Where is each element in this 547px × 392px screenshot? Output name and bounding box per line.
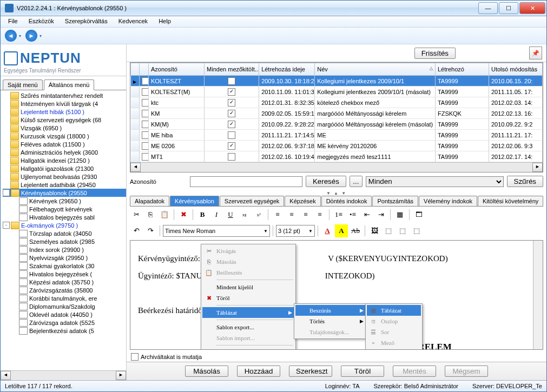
tree-item[interactable]: Nyelvvizsgák (29950 ) [3, 254, 126, 262]
cut-icon[interactable]: ✂ [130, 208, 143, 221]
paste-icon[interactable]: 📋 [158, 208, 171, 221]
font-select[interactable]: Times New Roman▼ [163, 225, 270, 237]
superscript-icon[interactable]: x² [252, 208, 265, 221]
tree-item[interactable]: Lejelentett hibák (5100 ) [3, 108, 126, 116]
context-menu[interactable]: ✂Kivágás⎘Másolás📋BeillesztésMindent kije… [201, 244, 296, 350]
tree-item[interactable]: Bejelentkezési adatok (5 [3, 327, 126, 335]
copy-icon[interactable]: ⎘ [144, 208, 157, 221]
window-icon[interactable]: 🗔 [412, 208, 425, 221]
table-row[interactable]: KOLTESZT✓2009.10.30. 18:18:2Kollegiumi j… [131, 76, 543, 87]
tab-basic[interactable]: Alapadatok [130, 196, 169, 206]
insert-image-icon[interactable]: 🖼 [368, 224, 381, 237]
tree-item[interactable]: Ujjlenyomat beolvasás (2930 [3, 172, 126, 181]
underline-icon[interactable]: U [224, 208, 237, 221]
tree-item[interactable]: Szakmai gyakorlatok (30 [3, 262, 126, 270]
tree-item[interactable]: Korábbi tanulmányok, ere [3, 294, 126, 302]
close-button[interactable]: ✕ [519, 2, 545, 14]
tree-item[interactable]: Hallgatói igazolások (21300 [3, 164, 126, 172]
tree-item[interactable]: Személyes adatok (2985 [3, 237, 126, 245]
tree-item[interactable]: Féléves adatok (11500 ) [3, 140, 126, 148]
nav-back-button[interactable]: ◄ [5, 30, 17, 42]
tree-item[interactable]: Záróvizsga adatok (5525 [3, 318, 126, 327]
menu-favorites[interactable]: Kedvencek [113, 16, 153, 27]
insert-var-icon[interactable]: ⬚ [410, 224, 423, 237]
col-date[interactable]: Létrehozás ideje [259, 63, 315, 76]
filter-select[interactable]: Minden [366, 176, 504, 187]
tree-item[interactable]: -E-okmányok (29750 ) [3, 221, 126, 229]
context-submenu-table[interactable]: Beszúrás▶Törlés▶Tulajdonságok... [294, 303, 367, 339]
tree-item[interactable]: Záróvizsgázatás (35800 [3, 286, 126, 294]
undo-icon[interactable]: ↶ [130, 224, 143, 237]
italic-icon[interactable]: I [210, 208, 223, 221]
table-row[interactable]: KM✓2009.02.05. 15:59:1margóóóó Méltányos… [131, 108, 543, 119]
col-modified[interactable]: Utolsó módosítás [489, 63, 542, 76]
filter-button[interactable]: Szűrés [507, 176, 543, 187]
align-justify-icon[interactable]: ≡ [313, 208, 326, 221]
tree-item[interactable]: Lejelentett adathibák (29450 [3, 181, 126, 189]
copy-button[interactable]: Másolás [185, 366, 228, 377]
maximize-button[interactable]: ☐ [499, 2, 518, 14]
tree-item[interactable]: Hallgatók indexei (21250 ) [3, 156, 126, 164]
nav-tree[interactable]: Szűrés mintatantervhez rendeltIntézménye… [1, 90, 126, 370]
col-all[interactable]: Minden mezőkitölt... [205, 63, 259, 76]
archive-checkbox[interactable] [131, 353, 139, 361]
tree-item[interactable]: Félbehagyott kérvények [3, 205, 126, 213]
delete-icon[interactable]: ✖ [177, 208, 190, 221]
align-center-icon[interactable]: ≡ [285, 208, 298, 221]
table-row[interactable]: KOLTESZT(M)✓2010.11.09. 11:01:3Kollegium… [131, 87, 543, 97]
tab-requirement[interactable]: Kitöltési követelmény [478, 196, 543, 206]
tree-item[interactable]: Törzslap adatok (34050 [3, 229, 126, 237]
tree-item[interactable]: Intézményen kívüli tárgyak (4 [3, 99, 126, 108]
col-name[interactable]: Név△ [315, 63, 436, 76]
cancel-button[interactable]: Mégsem [445, 366, 488, 377]
col-id[interactable]: Azonosító [148, 63, 204, 76]
context-item[interactable]: ▦Táblázat [367, 305, 421, 316]
table-row[interactable]: MT12012.02.16. 10:19:4megjegyzés mező te… [131, 151, 543, 162]
tab-scoring[interactable]: Pontszámítás [372, 196, 418, 206]
tree-item[interactable]: Kurzusok vizsgái (18000 ) [3, 132, 126, 140]
outdent-icon[interactable]: ⇤ [360, 208, 373, 221]
delete-button[interactable]: Töröl [341, 366, 384, 377]
tree-item[interactable]: Vizsgák (6950 ) [3, 124, 126, 132]
align-right-icon[interactable]: ≡ [299, 208, 312, 221]
tree-item[interactable]: Külső szervezeti egységek (68 [3, 116, 126, 124]
table-row[interactable]: ME 0206✓2012.02.06. 9:37:18ME kérvény 20… [131, 141, 543, 151]
context-item[interactable]: Törlés▶ [295, 316, 366, 327]
strikethrough-icon[interactable]: Ab [349, 224, 362, 237]
tree-item[interactable]: Szűrés mintatantervhez rendelt [3, 91, 126, 99]
nav-forward-button[interactable]: ► [25, 30, 37, 42]
menu-help[interactable]: Help [153, 16, 176, 27]
menu-role[interactable]: Szerepkörváltás [60, 16, 113, 27]
align-left-icon[interactable]: ≡ [271, 208, 284, 221]
search-button[interactable]: Keresés [306, 176, 346, 187]
editor-area[interactable]: Kérvényügyintéző: $FXXXXXXXXXXXXXXXXXXXX… [130, 240, 543, 350]
tree-item[interactable]: Oklevél adatok (44050 ) [3, 310, 126, 318]
size-select[interactable]: 3 (12 pt)▼ [276, 225, 315, 237]
context-item[interactable]: Táblázat▶ [202, 307, 294, 318]
tab-opinion[interactable]: Vélemény indokok [419, 196, 477, 206]
context-item[interactable]: Forrás megtekintése... [202, 347, 294, 350]
add-button[interactable]: Hozzáad [237, 366, 280, 377]
nav-back-dropdown[interactable]: ▾ [19, 34, 21, 38]
insert-control-icon[interactable]: ⬚ [382, 224, 395, 237]
menu-file[interactable]: File [3, 16, 23, 27]
sidebar-hscroll[interactable]: ◄► [1, 370, 126, 380]
tree-item[interactable]: Diplomamunka/Szakdolg [3, 302, 126, 310]
editor-vscroll[interactable] [533, 241, 543, 349]
indent-icon[interactable]: ⇥ [374, 208, 387, 221]
subscript-icon[interactable]: x₂ [238, 208, 251, 221]
tree-item[interactable]: Képzési adatok (35750 ) [3, 278, 126, 286]
redo-icon[interactable]: ↷ [144, 224, 157, 237]
search-input[interactable] [190, 176, 302, 187]
tree-item[interactable]: Kérvények (29650 ) [3, 197, 126, 205]
grid-hscroll[interactable]: ◄► [130, 162, 543, 172]
context-item[interactable]: Mindent kijelöl [202, 282, 294, 293]
splitter[interactable]: ▼ ▲ ▼ [127, 190, 546, 196]
save-button[interactable]: Mentés [393, 366, 436, 377]
data-grid[interactable]: Azonosító Minden mezőkitölt... Létrehozá… [130, 62, 543, 172]
tree-item[interactable]: Hivatalos bejegyzések ( [3, 270, 126, 278]
context-submenu-insert[interactable]: ▦Táblázat⎅Oszlop☰Sor▫Mező [365, 303, 423, 350]
font-color-icon[interactable]: A [321, 224, 334, 237]
tab-training[interactable]: Képzések [285, 196, 320, 206]
list-num-icon[interactable]: 1≡ [332, 208, 345, 221]
